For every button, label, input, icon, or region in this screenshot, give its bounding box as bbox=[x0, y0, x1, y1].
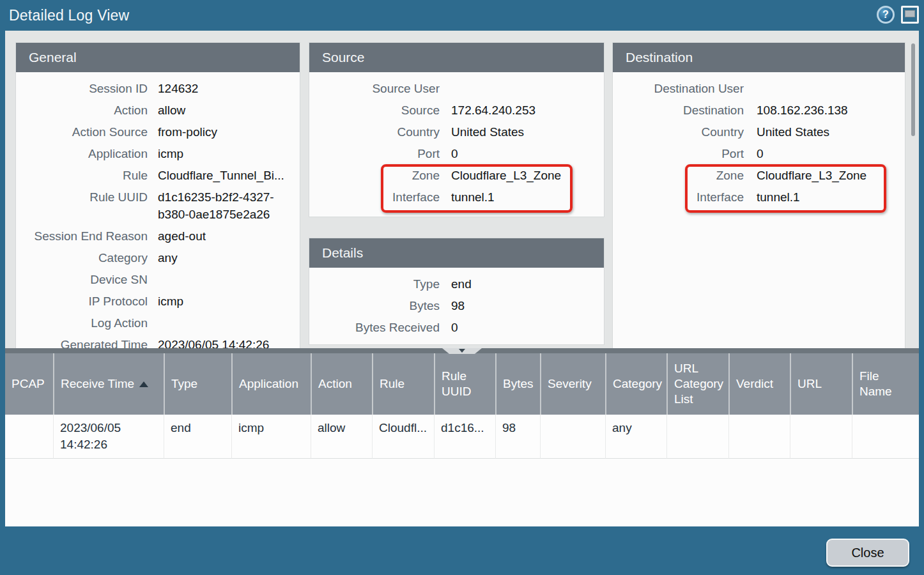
column-header-rule[interactable]: Rule bbox=[372, 353, 434, 415]
close-button[interactable]: Close bbox=[826, 539, 909, 567]
cell-receive-time: 2023/06/05 14:42:26 bbox=[53, 415, 164, 459]
field-destination: Destination108.162.236.138 bbox=[613, 102, 900, 119]
field-ip-protocol: IP Protocolicmp bbox=[16, 293, 295, 310]
dialog-titlebar: Detailed Log View ? bbox=[0, 0, 924, 31]
source-panel: Source Source User Source172.64.240.253 … bbox=[309, 42, 604, 217]
field-generated-time: Generated Time2023/06/05 14:42:26 bbox=[16, 336, 295, 348]
details-panel-header: Details bbox=[309, 238, 604, 268]
log-table-row[interactable]: 2023/06/05 14:42:26 end icmp allow Cloud… bbox=[5, 415, 919, 459]
splitter-handle[interactable] bbox=[442, 348, 482, 354]
restore-inner-rect bbox=[905, 10, 915, 17]
cell-severity bbox=[540, 415, 605, 459]
column-header-type[interactable]: Type bbox=[164, 353, 231, 415]
column-header-action[interactable]: Action bbox=[311, 353, 372, 415]
field-application: Applicationicmp bbox=[16, 145, 295, 162]
column-header-pcap[interactable]: PCAP bbox=[5, 353, 53, 415]
details-panel: Details Typeend Bytes98 Bytes Received0 bbox=[309, 238, 604, 345]
titlebar-icons: ? bbox=[877, 6, 919, 24]
column-header-verdict[interactable]: Verdict bbox=[728, 353, 790, 415]
cell-rule: Cloudfl... bbox=[372, 415, 434, 459]
cell-pcap bbox=[5, 415, 53, 459]
column-header-file-name[interactable]: File Name bbox=[852, 353, 919, 415]
field-source-port: Port0 bbox=[309, 145, 599, 162]
sort-asc-icon bbox=[139, 381, 148, 387]
column-header-url-category-list[interactable]: URL Category List bbox=[666, 353, 728, 415]
column-header-severity[interactable]: Severity bbox=[540, 353, 605, 415]
cell-file-name bbox=[852, 415, 919, 459]
cell-verdict bbox=[728, 415, 790, 459]
source-panel-body: Source User Source172.64.240.253 Country… bbox=[309, 72, 604, 206]
field-rule-uuid: Rule UUIDd1c16235-b2f2-4327-b380-0ae1875… bbox=[16, 188, 295, 223]
cell-action: allow bbox=[311, 415, 372, 459]
general-panel: General Session ID124632 Actionallow Act… bbox=[15, 42, 300, 348]
source-panel-header: Source bbox=[309, 43, 604, 72]
field-type: Typeend bbox=[309, 275, 599, 293]
destination-panel-header: Destination bbox=[613, 43, 905, 72]
restore-window-icon[interactable] bbox=[901, 6, 919, 24]
cell-bytes: 98 bbox=[495, 415, 540, 459]
cell-rule-uuid: d1c16... bbox=[434, 415, 495, 459]
column-header-category[interactable]: Category bbox=[605, 353, 666, 415]
field-destination-zone: ZoneCloudflare_L3_Zone bbox=[613, 167, 900, 184]
field-rule: RuleCloudflare_Tunnel_Bi... bbox=[16, 167, 295, 184]
column-header-receive-time[interactable]: Receive Time bbox=[53, 353, 164, 415]
dialog-footer: Close bbox=[0, 526, 924, 575]
help-icon[interactable]: ? bbox=[877, 6, 895, 24]
column-header-application[interactable]: Application bbox=[231, 353, 311, 415]
field-device-sn: Device SN bbox=[16, 271, 295, 288]
cell-category: any bbox=[605, 415, 666, 459]
general-panel-header: General bbox=[16, 43, 300, 72]
log-table-header: PCAP Receive Time Type Application Actio… bbox=[5, 353, 919, 415]
cell-url bbox=[790, 415, 852, 459]
field-session-end-reason: Session End Reasonaged-out bbox=[16, 227, 295, 245]
column-header-rule-uuid[interactable]: Rule UUID bbox=[434, 353, 495, 415]
field-log-action: Log Action bbox=[16, 314, 295, 332]
table-top-strip bbox=[5, 348, 919, 353]
field-source-country: CountryUnited States bbox=[309, 123, 599, 141]
field-destination-user: Destination User bbox=[613, 80, 900, 97]
field-action-source: Action Sourcefrom-policy bbox=[16, 123, 295, 141]
field-source-zone: ZoneCloudflare_L3_Zone bbox=[309, 167, 599, 184]
cell-url-category-list bbox=[666, 415, 728, 459]
cell-application: icmp bbox=[231, 415, 311, 459]
field-destination-port: Port0 bbox=[613, 145, 900, 162]
log-table-area: PCAP Receive Time Type Application Actio… bbox=[5, 348, 919, 526]
field-source-user: Source User bbox=[309, 80, 599, 97]
field-action: Actionallow bbox=[16, 102, 295, 119]
column-header-url[interactable]: URL bbox=[790, 353, 852, 415]
collapse-down-icon bbox=[459, 349, 465, 353]
field-bytes: Bytes98 bbox=[309, 297, 599, 314]
dialog-title: Detailed Log View bbox=[0, 7, 129, 24]
field-source-interface: Interfacetunnel.1 bbox=[309, 188, 599, 206]
field-source: Source172.64.240.253 bbox=[309, 102, 599, 119]
details-panel-body: Typeend Bytes98 Bytes Received0 bbox=[309, 268, 604, 336]
column-header-bytes[interactable]: Bytes bbox=[495, 353, 540, 415]
destination-panel: Destination Destination User Destination… bbox=[612, 42, 905, 348]
destination-panel-body: Destination User Destination108.162.236.… bbox=[613, 72, 905, 206]
vertical-scrollbar-thumb[interactable] bbox=[911, 43, 915, 136]
field-destination-interface: Interfacetunnel.1 bbox=[613, 188, 900, 206]
cell-type: end bbox=[164, 415, 231, 459]
field-session-id: Session ID124632 bbox=[16, 80, 295, 97]
field-destination-country: CountryUnited States bbox=[613, 123, 900, 141]
field-bytes-received: Bytes Received0 bbox=[309, 319, 599, 336]
log-detail-panels-area: General Session ID124632 Actionallow Act… bbox=[5, 31, 919, 348]
field-category: Categoryany bbox=[16, 249, 295, 266]
general-panel-body: Session ID124632 Actionallow Action Sour… bbox=[16, 72, 300, 348]
